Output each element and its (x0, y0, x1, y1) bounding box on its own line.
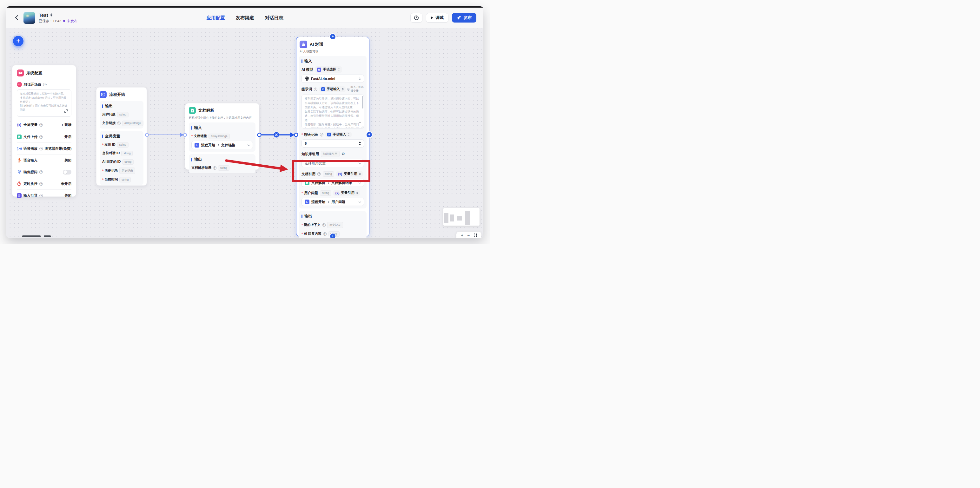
doc-parse-icon (189, 107, 196, 114)
help-icon[interactable]: ? (322, 223, 326, 227)
expand-icon[interactable] (358, 122, 361, 126)
config-row-global-vars[interactable]: {x} 全局变量 ? + 新增 (17, 119, 72, 131)
rocket-icon (457, 16, 461, 20)
port-add-top[interactable]: + (330, 34, 336, 39)
help-icon[interactable]: ? (320, 133, 323, 137)
publish-button[interactable]: 发布 (452, 13, 476, 22)
edge-delete-button[interactable] (274, 132, 279, 138)
play-icon (431, 16, 433, 19)
type-chip: 历史记录 (327, 222, 343, 228)
help-icon[interactable]: ? (39, 135, 43, 139)
help-icon[interactable]: ? (39, 147, 43, 150)
config-row-voice-input[interactable]: 语音输入 关闭 (17, 154, 72, 166)
ai-chat-subtitle: AI 大模型对话 (299, 49, 366, 54)
userq-mode-select[interactable]: {x} 变量引用 (333, 190, 360, 196)
updown-icon (356, 192, 358, 194)
zoom-in-button[interactable]: + (461, 233, 463, 237)
flow-start-ref-icon: I.. (305, 200, 309, 204)
field-row: * 新的上下文 ? 历史记录 (301, 222, 364, 228)
config-row-input-guide[interactable]: 输入引导 ? 关闭 (17, 189, 72, 201)
add-new-button[interactable]: + 新增 (62, 122, 72, 127)
tab-publish-channels[interactable]: 发布渠道 (236, 15, 254, 21)
prompt-mode-select[interactable]: 手动输入 (319, 86, 345, 92)
opening-message-label: 对话开场白 (24, 82, 41, 87)
app-avatar[interactable] (24, 12, 35, 24)
help-icon[interactable]: ? (39, 123, 43, 127)
history-mode-value: 手动输入 (332, 132, 346, 137)
history-button[interactable] (410, 13, 422, 22)
expand-icon[interactable] (64, 110, 68, 113)
model-mode-select[interactable]: 手动选择 (315, 66, 342, 73)
fit-view-button[interactable] (474, 234, 477, 237)
opening-message-icon: ··· (17, 82, 22, 87)
app-title[interactable]: Test (39, 13, 48, 18)
config-row-suggested-questions[interactable]: ? 猜你想问 ? (17, 166, 72, 178)
flow-start-icon: I.. (100, 91, 107, 98)
node-system-config[interactable]: Hi 系统配置 ··· 对话开场白 ? 每次对话开始前，发送一个初始内容。支持标… (12, 65, 76, 197)
prompt-textarea[interactable]: 模型固定的引导词，通过调整该内容，可以引导模型聊天方向。该内容会被固定在上下文的… (301, 95, 364, 129)
debug-button[interactable]: 调试 (426, 13, 449, 22)
title-updown-icon[interactable] (51, 13, 52, 16)
updown-icon (342, 88, 344, 91)
userq-mode-value: 变量引用 (341, 191, 355, 195)
zoom-out-button[interactable]: − (467, 233, 470, 237)
updown-icon (359, 78, 361, 80)
userq-ref-select[interactable]: I.. 流程开始 用户问题 (301, 198, 364, 206)
node-ai-chat[interactable]: AI 对话 AI 大模型对话 输入 AI 模型 手动选择 (296, 37, 369, 236)
node-doc-parse[interactable]: 文档解析 解析对话中所有上传的文档，并返回对应文档内容 输入 * 文档链接 ar… (185, 103, 259, 170)
system-config-icon: Hi (17, 70, 24, 76)
help-icon[interactable]: ? (314, 87, 317, 91)
minimap[interactable] (443, 208, 479, 226)
row-value: 开启 (64, 135, 72, 139)
history-count-value: 6 (305, 141, 307, 145)
row-label: 定时执行 (24, 181, 37, 186)
type-chip: 历史记录 (119, 167, 135, 174)
opening-message-textarea[interactable]: 每次对话开始前，发送一个初始内容。支持标准 Markdown 语法，可使用的额外… (17, 89, 72, 117)
row-label: 猜你想问 (24, 170, 37, 175)
help-icon[interactable]: ? (39, 182, 43, 186)
suggested-questions-toggle[interactable] (63, 170, 72, 175)
history-count-input[interactable]: 6 (301, 139, 364, 148)
broadcast-icon (17, 146, 22, 151)
field-label: 当前对话 ID (102, 151, 119, 156)
model-select[interactable]: FastAI-4o-mini (301, 75, 364, 83)
model-mode-value: 手动选择 (323, 67, 336, 72)
scrollbar[interactable] (362, 96, 363, 108)
row-value: 浏览器自带(免费) (45, 146, 72, 151)
row-label: 语音播放 (24, 146, 37, 151)
number-spinner[interactable] (359, 140, 361, 147)
chevron-right-icon (327, 200, 329, 203)
doc-link-ref-select[interactable]: I.. 流程开始 文件链接 (191, 141, 253, 149)
publish-status: 未发布 (67, 19, 78, 24)
back-button[interactable] (13, 14, 20, 21)
row-label: 输入引导 (24, 193, 37, 198)
help-icon[interactable]: ? (43, 83, 47, 86)
header-tabs: 应用配置 发布渠道 对话日志 (207, 8, 283, 28)
gear-icon[interactable]: ⚙ (342, 152, 345, 156)
help-icon[interactable]: ? (323, 232, 326, 236)
help-icon[interactable]: ? (117, 121, 121, 125)
config-row-scheduled-run[interactable]: 定时执行 ? 未开启 (17, 178, 72, 189)
flow-canvas[interactable]: + Hi 系统配置 ··· 对话开场白 ? 每次对话开始前，发送一个初始内容。支… (6, 28, 483, 238)
field-label: 当前时间 (104, 177, 118, 182)
help-icon[interactable]: ? (39, 170, 43, 174)
system-config-title: 系统配置 (26, 70, 42, 76)
add-node-button[interactable]: + (13, 36, 24, 46)
prompt-label: 提示词 (301, 87, 312, 92)
svg-text:I..: I.. (102, 93, 104, 95)
config-row-file-upload[interactable]: 文件上传 ? 开启 (17, 131, 72, 143)
port-add-bottom[interactable]: + (330, 234, 336, 238)
tab-app-config[interactable]: 应用配置 (207, 15, 225, 21)
output-section-title: 输出 (191, 157, 253, 162)
help-icon[interactable]: ? (39, 194, 43, 197)
field-label: 新的上下文 (304, 223, 321, 227)
node-flow-start[interactable]: I.. 流程开始 输出 用户问题 string 文件链接 ? array<str… (96, 87, 147, 186)
config-row-voice-playback[interactable]: 语音播放 ? 浏览器自带(免费) (17, 143, 72, 154)
history-mode-select[interactable]: 手动输入 (325, 132, 352, 137)
help-icon[interactable]: ? (213, 166, 216, 170)
required-mark: * (191, 134, 192, 138)
tab-chat-logs[interactable]: 对话日志 (265, 15, 283, 21)
port-add-right[interactable]: + (366, 132, 372, 137)
chevron-right-icon (217, 144, 219, 146)
globals-section-title: 全局变量 (102, 134, 141, 139)
